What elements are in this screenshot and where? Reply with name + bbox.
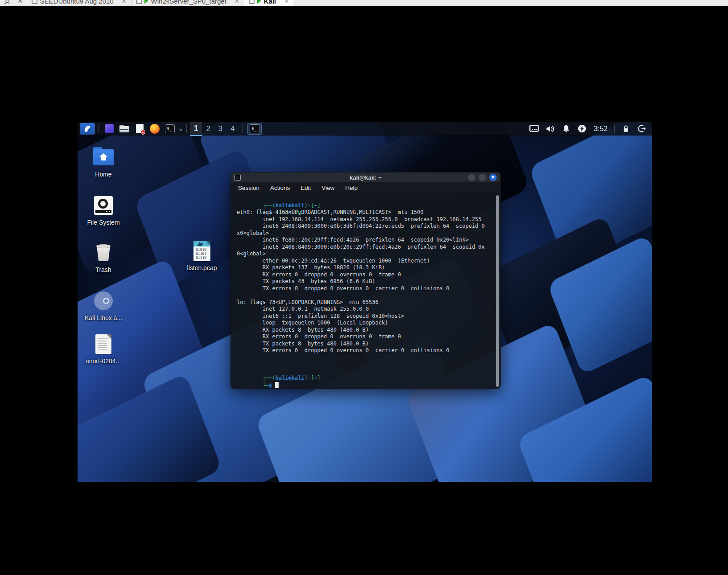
- minimize-button[interactable]: [468, 174, 475, 181]
- tab-close-icon[interactable]: ✕: [234, 0, 239, 4]
- pcap-file-icon: 01010 01101 01110: [192, 241, 212, 261]
- kali-installer-icon: [93, 291, 114, 311]
- lock-screen-icon[interactable]: [621, 123, 631, 134]
- terminal-output-line: [237, 292, 494, 299]
- desktop-icon-label: Home: [95, 171, 111, 178]
- power-status-icon[interactable]: [577, 123, 588, 134]
- logout-icon[interactable]: [637, 123, 647, 134]
- snort-document-icon: [93, 334, 114, 354]
- tab-label: Kali: [264, 0, 276, 5]
- tab-seedubuntu[interactable]: SEEDUbuntu9 Aug 2010 ✕: [27, 0, 131, 6]
- vm-frame-icon: [136, 0, 142, 4]
- ifconfig-output: eth0: flags=4163<UP,BROADCAST,RUNNING,MU…: [237, 209, 494, 368]
- panel-separator: [98, 124, 99, 133]
- tab-home-partial[interactable]: 页 ✕: [0, 0, 27, 6]
- volume-icon[interactable]: [545, 123, 555, 134]
- terminal-output-line: inet 127.0.0.1 netmask 255.0.0.0: [237, 306, 494, 313]
- desktop-icon-home[interactable]: Home: [82, 147, 125, 178]
- vm-frame-icon: [249, 0, 255, 4]
- clock[interactable]: 3:52: [594, 125, 608, 133]
- menu-actions[interactable]: Actions: [270, 185, 290, 191]
- vm-display: $_ ⌄ 1 2 3 4 $_: [78, 122, 652, 482]
- tab-home-label: 页: [4, 0, 10, 5]
- tab-close-icon[interactable]: ✕: [17, 0, 23, 5]
- terminal-output-line: inet6 2408:8409:3000:e0b:20c:29ff:fecd:4…: [237, 244, 494, 251]
- workspace-3[interactable]: 3: [214, 122, 226, 136]
- desktop-icon-label: File System: [87, 219, 119, 226]
- desktop-icon-label: snort-0204...: [86, 357, 121, 365]
- kali-dragon-icon: [83, 124, 92, 133]
- desktop-icon-label: Kali Linux a...: [85, 314, 122, 321]
- desktop-icon-file-system[interactable]: File System: [82, 195, 125, 226]
- menu-view[interactable]: View: [322, 185, 335, 191]
- terminal-content[interactable]: ┌──(kali⊛kali)-[~] └─$ ifconfig eth0: fl…: [231, 193, 500, 389]
- terminal-output-line: 0<global>: [237, 251, 494, 258]
- terminal-output-line: x0<global>: [237, 230, 494, 237]
- terminal-output-line: TX packets 8 bytes 480 (480.0 B): [237, 341, 494, 348]
- desktop-icon-kali-linux-app[interactable]: Kali Linux a...: [82, 291, 125, 321]
- notifications-bell-icon[interactable]: [561, 123, 572, 134]
- chevron-down-icon[interactable]: ⌄: [178, 125, 183, 132]
- prompt-line: ┌──(kali⊛kali)-[~]: [237, 195, 494, 202]
- terminal-window: › kali@kali: ~ ✕ Session Actions Edit Vi…: [230, 172, 501, 389]
- firefox-icon[interactable]: [149, 123, 160, 134]
- terminal-output-line: RX errors 0 dropped 0 overruns 0 frame 0: [237, 333, 494, 341]
- terminal-launcher-icon[interactable]: $_: [165, 123, 175, 134]
- terminal-output-line: inet6 ::1 prefixlen 128 scopeid 0x10<hos…: [237, 313, 494, 320]
- vm-console-tab-bar: 页 ✕ SEEDUbuntu9 Aug 2010 ✕ Win2kServer_S…: [0, 0, 728, 6]
- terminal-output-line: eth0: flags=4163<UP,BROADCAST,RUNNING,MU…: [237, 209, 494, 216]
- terminal-output-line: RX packets 8 bytes 480 (480.0 B): [237, 327, 494, 334]
- file-system-drive-icon: [93, 195, 114, 216]
- tab-win2kserver[interactable]: Win2kServer_SP0_target ✕: [132, 0, 244, 6]
- terminal-output-line: TX errors 0 dropped 0 overruns 0 carrier…: [237, 285, 494, 292]
- terminal-window-title: kali@kali: ~: [231, 174, 500, 181]
- vm-running-play-icon: [144, 0, 148, 4]
- menu-session[interactable]: Session: [238, 185, 259, 191]
- terminal-scrollbar[interactable]: [496, 195, 499, 387]
- workspace-1[interactable]: 1: [190, 122, 202, 136]
- text-cursor: [275, 382, 279, 388]
- desktop-icon-snort[interactable]: snort-0204...: [82, 334, 125, 365]
- terminal-output-line: inet6 fe80::20c:29ff:fecd:4a26 prefixlen…: [237, 237, 494, 244]
- text-editor-icon[interactable]: [134, 123, 145, 134]
- vm-running-play-icon: [257, 0, 261, 4]
- desktop-icon-label: listen.pcap: [187, 264, 217, 271]
- tab-label: Win2kServer_SP0_target: [151, 0, 226, 5]
- tab-label: SEEDUbuntu9 Aug 2010: [40, 0, 114, 5]
- home-folder-icon: [93, 147, 114, 168]
- close-button[interactable]: ✕: [489, 174, 497, 181]
- terminal-output-line: TX errors 0 dropped 0 overruns 0 carrier…: [237, 347, 494, 354]
- terminal-output-line: lo: flags=73<UP,LOOPBACK,RUNNING> mtu 65…: [237, 299, 494, 306]
- taskbar-terminal-button[interactable]: $_: [247, 123, 262, 135]
- desktop-icon-listen-pcap[interactable]: 01010 01101 01110 listen.pcap: [181, 241, 223, 271]
- terminal-menu-bar: Session Actions Edit View Help: [231, 182, 500, 193]
- maximize-button[interactable]: [479, 174, 486, 181]
- terminal-output-line: loop txqueuelen 1000 (Local Loopback): [237, 320, 494, 327]
- tab-kali-active[interactable]: Kali ✕: [244, 0, 293, 6]
- terminal-output-line: inet6 2408:8409:3000:e0b:3d6f:d094:227e:…: [237, 223, 494, 230]
- terminal-output-line: RX packets 137 bytes 18826 (18.3 KiB): [237, 264, 494, 271]
- panel-separator: [614, 124, 615, 133]
- workspace-2[interactable]: 2: [202, 122, 214, 136]
- vm-stopped-icon: [32, 0, 37, 4]
- tab-close-icon[interactable]: ✕: [122, 0, 127, 4]
- pcap-binary-text: 01010 01101 01110: [196, 248, 206, 260]
- terminal-output-line: [237, 361, 494, 368]
- desktop-icon-trash[interactable]: Trash: [82, 242, 125, 273]
- terminal-output-line: inet 192.168.14.114 netmask 255.255.255.…: [237, 216, 494, 223]
- terminal-output-line: ether 00:0c:29:cd:4a:26 txqueuelen 1000 …: [237, 258, 494, 265]
- panel-separator: [186, 124, 187, 133]
- network-icon[interactable]: [529, 123, 539, 134]
- menu-edit[interactable]: Edit: [300, 185, 311, 191]
- terminal-title-bar[interactable]: › kali@kali: ~ ✕: [231, 172, 500, 182]
- terminal-output-line: RX errors 0 dropped 0 overruns 0 frame 0: [237, 271, 494, 279]
- file-manager-icon[interactable]: [119, 123, 130, 134]
- purple-app-icon[interactable]: [104, 123, 115, 134]
- menu-help[interactable]: Help: [345, 185, 358, 191]
- kali-menu-button[interactable]: [80, 123, 95, 135]
- trash-bin-icon: [93, 242, 114, 263]
- tab-close-icon[interactable]: ✕: [284, 0, 289, 4]
- panel-separator: [242, 124, 243, 133]
- workspace-4[interactable]: 4: [226, 122, 239, 136]
- desktop-icon-label: Trash: [95, 266, 111, 273]
